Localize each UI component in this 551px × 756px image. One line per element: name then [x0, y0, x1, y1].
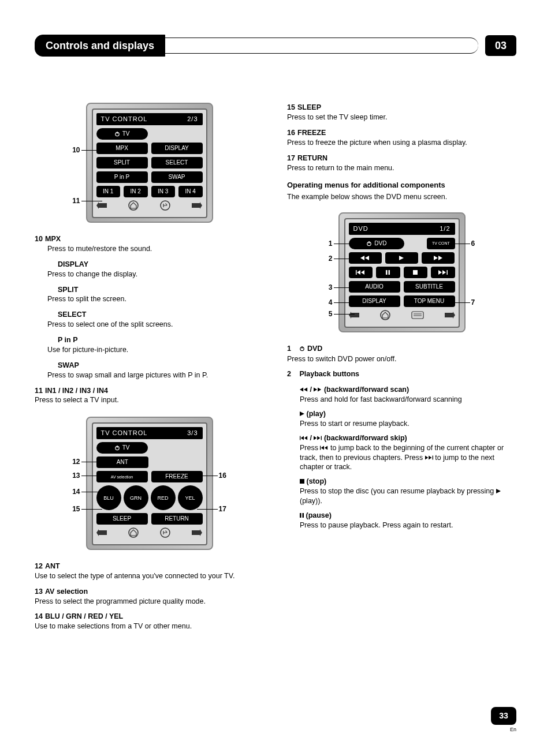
- screen-title: DVD 1/2: [349, 223, 455, 235]
- right-arrow-icon[interactable]: [192, 529, 202, 539]
- mpx-button[interactable]: MPX: [96, 143, 148, 154]
- screen-title: TV CONTROL 2/3: [96, 113, 203, 125]
- svg-marker-45: [318, 436, 321, 440]
- right-arrow-icon[interactable]: [445, 312, 455, 321]
- power-label: TV: [122, 130, 130, 138]
- power-label: DVD: [374, 239, 386, 248]
- subtitle-button[interactable]: SUBTITLE: [404, 281, 455, 293]
- blue-button[interactable]: BLU: [96, 485, 121, 510]
- av-selection-button[interactable]: AV selection: [96, 471, 148, 482]
- screen-title-text: DVD: [353, 224, 368, 233]
- scan-fwd-button[interactable]: [422, 252, 455, 264]
- page-number: 33: [491, 707, 516, 725]
- pause-title: (pause): [300, 511, 332, 519]
- screen-page: 3/3: [187, 429, 198, 437]
- callout-7: 7: [471, 298, 500, 307]
- remote-screen-tv33: TV CONTROL 3/3 TV ANT: [86, 417, 213, 550]
- topmenu-button[interactable]: TOP MENU: [404, 295, 455, 307]
- audio-button[interactable]: AUDIO: [349, 281, 400, 293]
- svg-marker-14: [360, 256, 364, 260]
- power-dvd-button[interactable]: DVD: [349, 238, 405, 249]
- display-button[interactable]: DISPLAY: [349, 295, 400, 307]
- svg-marker-8: [96, 529, 107, 536]
- callout-14: 14: [51, 487, 80, 496]
- sleep-button[interactable]: SLEEP: [96, 513, 148, 525]
- red-button[interactable]: RED: [151, 485, 176, 510]
- svg-marker-15: [365, 256, 369, 260]
- screen-title: TV CONTROL 3/3: [96, 427, 203, 439]
- svg-rect-47: [320, 446, 321, 450]
- split-button[interactable]: SPLIT: [96, 157, 148, 169]
- play-icon: [300, 411, 304, 416]
- page-header: Controls and displays 03: [35, 35, 516, 57]
- stop-button[interactable]: [404, 267, 428, 278]
- manual-page: Controls and displays 03 TV CONTROL 2/3 …: [0, 0, 551, 756]
- scan-back-button[interactable]: [349, 252, 382, 264]
- operating-sub: The example below shows the DVD menu scr…: [287, 192, 516, 202]
- pause-button[interactable]: [376, 267, 400, 278]
- skip-fwd-button[interactable]: [431, 267, 455, 278]
- skip-back-button[interactable]: [349, 267, 373, 278]
- home-icon[interactable]: [128, 527, 139, 541]
- svg-marker-11: [192, 529, 202, 536]
- callout-4: 4: [304, 298, 333, 307]
- display-button[interactable]: DISPLAY: [151, 143, 203, 154]
- power-tv-button[interactable]: TV: [96, 442, 148, 454]
- callout-10: 10: [51, 145, 80, 155]
- green-button[interactable]: GRN: [124, 485, 148, 510]
- swap-button[interactable]: SWAP: [151, 171, 203, 183]
- power-tv-button[interactable]: TV: [96, 128, 148, 140]
- remote-screen-tv23: TV CONTROL 2/3 TV MPX DISPLAY: [86, 103, 213, 223]
- desc-group-15-17: 15SLEEPPress to set the TV sleep timer. …: [287, 103, 516, 173]
- yellow-button[interactable]: YEL: [178, 485, 203, 510]
- svg-marker-36: [300, 388, 303, 392]
- play-icon: [496, 489, 501, 493]
- play-title: (play): [300, 410, 326, 418]
- svg-marker-37: [304, 388, 307, 392]
- callout-6: 6: [471, 239, 500, 248]
- left-arrow-icon[interactable]: [96, 529, 107, 539]
- return-icon[interactable]: [160, 527, 170, 541]
- in4-button[interactable]: IN 4: [178, 186, 203, 197]
- svg-rect-30: [412, 312, 423, 319]
- fastfwd-icon: [314, 387, 322, 392]
- right-arrow-icon[interactable]: [192, 202, 202, 212]
- keyboard-icon[interactable]: [411, 311, 424, 322]
- svg-marker-42: [301, 436, 304, 440]
- svg-marker-5: [192, 202, 202, 209]
- svg-marker-40: [300, 411, 304, 416]
- dvd-descriptions: 1 DVD Press to switch DVD power on/off. …: [287, 344, 516, 530]
- freeze-button[interactable]: FREEZE: [151, 471, 203, 482]
- svg-marker-25: [438, 270, 442, 275]
- callout-16: 16: [219, 471, 248, 480]
- in3-button[interactable]: IN 3: [151, 186, 176, 197]
- return-icon[interactable]: [160, 200, 170, 214]
- pip-button[interactable]: P in P: [96, 171, 148, 183]
- in1-button[interactable]: IN 1: [96, 186, 121, 197]
- desc-group-10-11: 10MPXPress to mute/restore the sound. DI…: [35, 234, 264, 405]
- svg-rect-23: [389, 270, 390, 275]
- in2-button[interactable]: IN 2: [124, 186, 148, 197]
- power-icon: [114, 131, 120, 137]
- stop-icon: [300, 479, 304, 484]
- header-rule: [165, 38, 478, 54]
- return-button[interactable]: RETURN: [151, 513, 203, 525]
- left-arrow-icon[interactable]: [96, 202, 107, 212]
- home-icon[interactable]: [380, 310, 390, 323]
- callout-3: 3: [304, 283, 333, 292]
- svg-marker-20: [357, 270, 360, 275]
- left-arrow-icon[interactable]: [349, 312, 359, 321]
- chapter-number: 03: [485, 35, 516, 56]
- home-icon[interactable]: [128, 200, 139, 214]
- callout-13: 13: [51, 471, 80, 480]
- svg-marker-51: [429, 455, 431, 459]
- ant-button[interactable]: ANT: [96, 456, 148, 468]
- svg-marker-18: [438, 256, 442, 260]
- svg-rect-55: [300, 513, 301, 518]
- play-button[interactable]: [385, 252, 418, 264]
- svg-marker-17: [434, 256, 438, 260]
- select-button[interactable]: SELECT: [151, 157, 203, 169]
- svg-marker-39: [318, 388, 321, 392]
- content-columns: TV CONTROL 2/3 TV MPX DISPLAY: [35, 103, 516, 637]
- svg-marker-2: [96, 202, 107, 209]
